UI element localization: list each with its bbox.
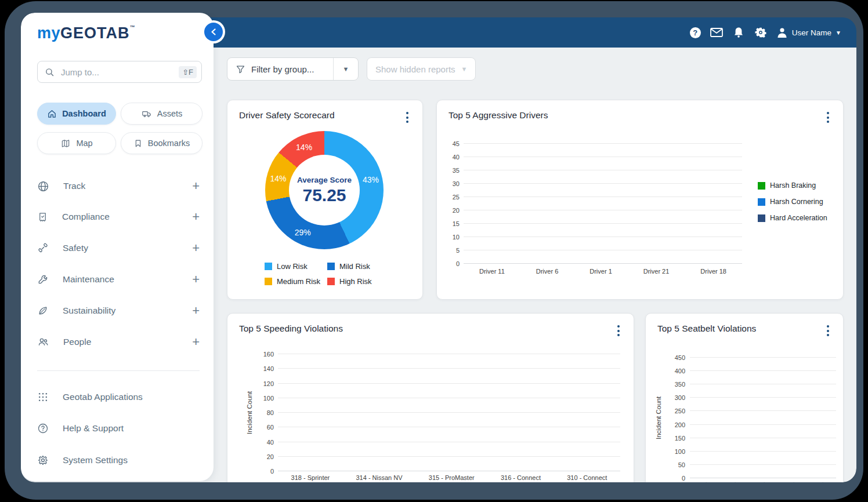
x-category-label: 310 - Connect bbox=[567, 474, 607, 481]
x-category-label: 316 - Connect bbox=[501, 474, 541, 481]
sidebar-item-geotab-applications[interactable]: Geotab Applications bbox=[37, 386, 200, 408]
x-category-label: Driver 6 bbox=[536, 268, 559, 275]
expand-track-icon[interactable]: + bbox=[192, 179, 200, 194]
maintenance-label: Maintenance bbox=[63, 274, 114, 285]
donut-slice-label: 43% bbox=[363, 175, 379, 184]
logo-tm: ™ bbox=[130, 24, 136, 30]
expand-sustainability-icon[interactable]: + bbox=[192, 303, 200, 318]
y-tick-label: 100 bbox=[675, 448, 685, 455]
sidebar-collapse-button[interactable] bbox=[204, 23, 223, 41]
y-tick-label: 400 bbox=[675, 368, 685, 374]
expand-people-icon[interactable]: + bbox=[192, 334, 200, 350]
legend-item: Harsh Braking bbox=[758, 181, 827, 190]
legend-item: Harsh Cornering bbox=[758, 198, 827, 206]
notifications-icon[interactable] bbox=[732, 26, 745, 39]
x-axis-labels: 318 - Sprinter314 - Nissan NV315 - ProMa… bbox=[278, 474, 620, 481]
track-label: Track bbox=[63, 181, 85, 191]
y-tick-label: 0 bbox=[270, 468, 274, 475]
messages-icon[interactable] bbox=[710, 26, 723, 39]
donut-slice-label: 14% bbox=[296, 143, 312, 152]
expand-safety-icon[interactable]: + bbox=[192, 241, 200, 256]
leaf-icon bbox=[37, 305, 49, 317]
bookmark-icon bbox=[133, 139, 143, 148]
y-tick-label: 5 bbox=[456, 247, 460, 254]
chart-legend: Harsh BrakingHarsh CorneringHard Acceler… bbox=[758, 181, 827, 222]
jump-to-search[interactable]: ⇧F bbox=[37, 61, 202, 83]
legend-label: High Risk bbox=[339, 277, 372, 286]
sidebar-item-safety[interactable]: Safety + bbox=[37, 237, 200, 259]
x-category-label-clipped bbox=[819, 482, 824, 482]
assets-button[interactable]: Assets bbox=[121, 103, 202, 125]
legend-label: Medium Risk bbox=[277, 277, 320, 286]
x-category-label-clipped bbox=[731, 482, 737, 482]
card-title: Driver Safety Scorecard bbox=[239, 110, 335, 121]
plot-area bbox=[278, 354, 620, 471]
speeding-violations-card: Top 5 Speeding Violations Incident Count… bbox=[227, 313, 634, 482]
card-menu-button[interactable] bbox=[615, 323, 622, 339]
y-tick-label: 300 bbox=[675, 394, 685, 401]
donut-legend: Low RiskMild RiskMedium RiskHigh Risk bbox=[265, 262, 372, 286]
filter-by-group-label: Filter by group... bbox=[251, 64, 314, 74]
safety-label: Safety bbox=[63, 243, 88, 253]
sidebar-item-compliance[interactable]: Compliance + bbox=[37, 206, 200, 228]
legend-label: Hard Acceleration bbox=[770, 214, 827, 222]
y-tick-label: 25 bbox=[453, 194, 460, 201]
group-filter: Filter by group... ▼ bbox=[227, 57, 359, 81]
plot-area bbox=[690, 358, 836, 478]
expand-maintenance-icon[interactable]: + bbox=[192, 272, 200, 287]
aggressive-drivers-card: Top 5 Aggressive Drivers 051015202530354… bbox=[436, 100, 844, 300]
search-input[interactable] bbox=[60, 67, 173, 78]
x-category-label: 318 - Sprinter bbox=[291, 474, 330, 481]
card-menu-button[interactable] bbox=[824, 110, 831, 125]
y-tick-label: 60 bbox=[267, 424, 274, 431]
home-icon bbox=[47, 109, 57, 119]
legend-item: High Risk bbox=[327, 277, 372, 286]
dashboard-button[interactable]: Dashboard bbox=[37, 103, 116, 125]
plot-area bbox=[464, 144, 742, 264]
donut-slice-label: 14% bbox=[270, 174, 287, 183]
topbar-actions: ? User Name ▼ bbox=[690, 17, 841, 48]
y-tick-label: 35 bbox=[453, 167, 460, 174]
x-category-label: Driver 21 bbox=[643, 268, 670, 275]
filter-by-group-button[interactable]: Filter by group... bbox=[227, 58, 333, 80]
caret-down-icon: ▼ bbox=[836, 30, 841, 36]
y-tick-label: 200 bbox=[675, 421, 685, 428]
y-tick-label: 0 bbox=[682, 475, 685, 482]
mygeotab-logo: myGEOTAB™ bbox=[37, 24, 135, 42]
average-score-value: 75.25 bbox=[302, 185, 346, 205]
card-menu-button[interactable] bbox=[404, 110, 411, 125]
y-tick-label: 120 bbox=[263, 380, 274, 387]
sidebar-item-maintenance[interactable]: Maintenance + bbox=[37, 268, 200, 290]
x-category-label-clipped bbox=[790, 482, 795, 482]
average-score-label: Average Score bbox=[297, 176, 352, 184]
gear-icon bbox=[37, 454, 49, 466]
bookmarks-button[interactable]: Bookmarks bbox=[121, 132, 202, 154]
apps-grid-icon bbox=[37, 391, 49, 403]
legend-item: Mild Risk bbox=[327, 262, 372, 271]
y-tick-label: 80 bbox=[267, 409, 274, 416]
sidebar-item-track[interactable]: Track + bbox=[37, 175, 200, 197]
donut-center: Average Score 75.25 bbox=[289, 155, 360, 225]
seatbelt-violations-card: Top 5 Seatbelt Violations Incident Count… bbox=[645, 313, 844, 482]
user-menu[interactable]: User Name ▼ bbox=[776, 27, 841, 38]
card-title: Top 5 Seatbelt Violations bbox=[657, 323, 756, 334]
sidebar-item-sustainability[interactable]: Sustainability + bbox=[37, 300, 200, 322]
window-frame: ? User Name ▼ bbox=[5, 1, 863, 500]
settings-icon[interactable] bbox=[754, 26, 767, 39]
y-tick-label: 50 bbox=[678, 461, 685, 468]
expand-compliance-icon[interactable]: + bbox=[192, 209, 200, 224]
map-button[interactable]: Map bbox=[37, 132, 116, 154]
filter-dropdown-button[interactable]: ▼ bbox=[333, 58, 358, 80]
donut-ring: Average Score 75.25 43%29%14%14% bbox=[265, 131, 384, 249]
sidebar-item-help-support[interactable]: Help & Support bbox=[37, 417, 200, 439]
globe-icon bbox=[37, 180, 49, 192]
sidebar-item-system-settings[interactable]: System Settings bbox=[37, 449, 200, 471]
app-viewport: ? User Name ▼ bbox=[21, 13, 856, 482]
y-tick-label: 100 bbox=[263, 395, 274, 402]
card-menu-button[interactable] bbox=[824, 323, 831, 339]
y-tick-label: 0 bbox=[456, 260, 460, 267]
sidebar-item-people[interactable]: People + bbox=[37, 331, 200, 353]
help-icon[interactable]: ? bbox=[690, 27, 701, 38]
show-hidden-reports-button[interactable]: Show hidden reports ▼ bbox=[367, 57, 476, 81]
geotab-applications-label: Geotab Applications bbox=[63, 392, 143, 402]
